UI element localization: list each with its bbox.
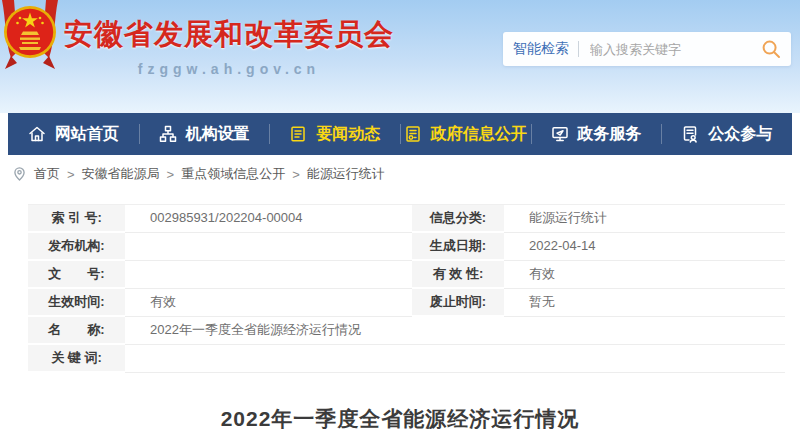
info-value: 能源运行统计 <box>504 205 785 233</box>
nav-item-label: 机构设置 <box>186 124 250 145</box>
search-divider <box>578 41 579 57</box>
info-label: 文 号: <box>28 261 125 289</box>
info-label: 索 引 号: <box>28 205 125 233</box>
home-icon <box>28 125 46 143</box>
nav-item-5[interactable]: 公众参与 <box>661 113 792 155</box>
info-value: 有效 <box>504 261 785 289</box>
breadcrumb-item-2[interactable]: 重点领域信息公开 <box>181 165 285 183</box>
breadcrumb-item-0[interactable]: 首页 <box>34 165 60 183</box>
info-label: 有 效 性: <box>412 261 504 289</box>
info-label: 发布机构: <box>28 233 125 261</box>
info-disclosure-icon <box>404 125 422 143</box>
nav-item-4[interactable]: 政务服务 <box>531 113 662 155</box>
info-label: 生效时间: <box>28 289 125 317</box>
nav-item-label: 要闻动态 <box>316 124 380 145</box>
search-input[interactable] <box>588 41 761 58</box>
breadcrumb-item-3: 能源运行统计 <box>307 165 385 183</box>
site-header: 安徽省发展和改革委员会 fzggw.ah.gov.cn 智能检索 <box>0 0 800 113</box>
breadcrumb-separator: > <box>67 167 75 182</box>
org-chart-icon <box>159 125 177 143</box>
nav-item-0[interactable]: 网站首页 <box>8 113 139 155</box>
breadcrumb-item-1[interactable]: 安徽省能源局 <box>82 165 160 183</box>
monitor-icon <box>551 125 569 143</box>
info-value: 2022年一季度全省能源经济运行情况 <box>125 317 785 345</box>
nav-item-label: 政务服务 <box>578 124 642 145</box>
site-title: 安徽省发展和改革委员会 <box>64 15 394 55</box>
info-label: 名 称: <box>28 317 125 345</box>
main-nav: 网站首页机构设置要闻动态政府信息公开政务服务公众参与 <box>8 113 792 155</box>
info-label: 信息分类: <box>412 205 504 233</box>
info-label: 生成日期: <box>412 233 504 261</box>
nav-item-label: 政府信息公开 <box>431 124 527 145</box>
info-label: 废止时间: <box>412 289 504 317</box>
article-title: 2022年一季度全省能源经济运行情况 <box>0 405 800 429</box>
smart-search-link[interactable]: 智能检索 <box>513 40 569 58</box>
search-icon[interactable] <box>761 39 781 59</box>
info-value: 有效 <box>125 289 412 317</box>
participation-icon <box>681 125 699 143</box>
nav-item-2[interactable]: 要闻动态 <box>269 113 400 155</box>
breadcrumb-separator: > <box>292 167 300 182</box>
document-info-table: 索 引 号:002985931/202204-00004信息分类:能源运行统计发… <box>28 204 785 373</box>
nav-item-1[interactable]: 机构设置 <box>139 113 270 155</box>
location-pin-icon <box>12 166 27 182</box>
breadcrumb-separator: > <box>167 167 175 182</box>
info-value <box>125 261 412 289</box>
china-national-emblem-icon <box>1 0 59 74</box>
info-value: 2022-04-14 <box>504 233 785 261</box>
info-label: 关 键 词: <box>28 345 125 373</box>
news-icon <box>289 125 307 143</box>
info-value <box>125 233 412 261</box>
info-value: 002985931/202204-00004 <box>125 205 412 233</box>
nav-item-3[interactable]: 政府信息公开 <box>400 113 531 155</box>
nav-item-label: 网站首页 <box>55 124 119 145</box>
info-value <box>125 345 785 373</box>
nav-item-label: 公众参与 <box>708 124 772 145</box>
search-bar: 智能检索 <box>503 32 791 66</box>
site-identity: 安徽省发展和改革委员会 fzggw.ah.gov.cn <box>64 15 394 77</box>
breadcrumb: 首页>安徽省能源局>重点领域信息公开>能源运行统计 <box>12 164 385 184</box>
site-url: fzggw.ah.gov.cn <box>64 61 394 77</box>
info-value: 暂无 <box>504 289 785 317</box>
